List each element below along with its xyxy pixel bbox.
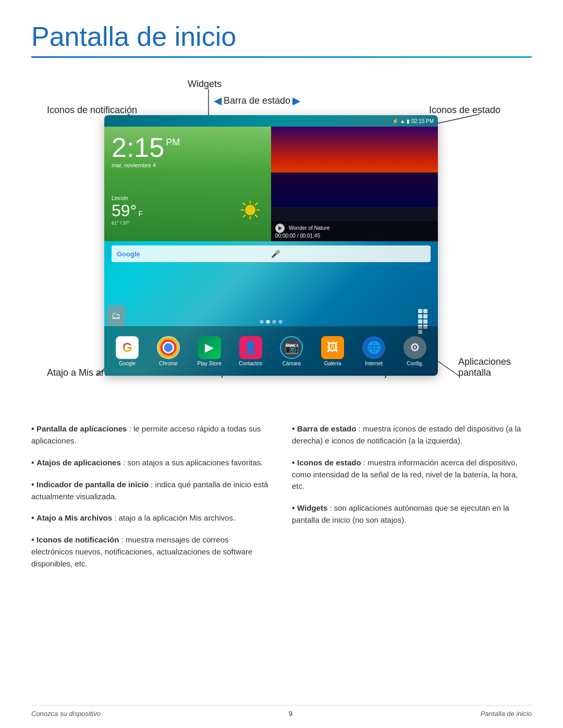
grid-dot-4 bbox=[423, 314, 427, 318]
footer-page-number: 9 bbox=[289, 710, 292, 718]
apps-screen-button[interactable] bbox=[416, 307, 433, 324]
label-aplicaciones: Aplicaciones pantalla bbox=[458, 356, 511, 378]
chrome-icon bbox=[157, 336, 180, 359]
play-button-icon[interactable] bbox=[275, 224, 285, 233]
content-section: Pantalla de aplicaciones : le permite ac… bbox=[31, 423, 532, 579]
footer-left: Conozca su dispositivo bbox=[31, 710, 101, 718]
content-col-left: Pantalla de aplicaciones : le permite ac… bbox=[31, 423, 271, 579]
google-label: Google bbox=[119, 361, 136, 366]
widget-video: Wonder of Nature 00:00:00 / 00:01:45 bbox=[271, 127, 438, 241]
svg-line-15 bbox=[243, 215, 246, 217]
clock-time: 2:15 PM bbox=[112, 132, 180, 163]
svg-line-12 bbox=[243, 203, 246, 205]
bullet-indicador: Indicador de pantalla de inicio : indica… bbox=[31, 478, 271, 503]
sun-icon bbox=[240, 200, 261, 220]
arrow-right-icon: ▶ bbox=[292, 94, 300, 107]
svg-line-14 bbox=[255, 203, 258, 205]
svg-line-13 bbox=[255, 215, 258, 217]
bullet-atajos: Atajos de aplicaciones : son atajos a su… bbox=[31, 456, 271, 469]
label-status-bar: ◀ Barra de estado ▶ bbox=[214, 94, 300, 107]
chrome-label: Chrome bbox=[159, 361, 178, 366]
playstore-icon: ▶ bbox=[198, 336, 221, 359]
contacts-label: Contactos bbox=[239, 361, 262, 366]
app-icon-gallery[interactable]: 🖼 Galería bbox=[315, 336, 350, 366]
status-time: 02:15 PM bbox=[411, 118, 434, 124]
battery-icon: ▮ bbox=[407, 118, 410, 124]
dots-indicator bbox=[260, 320, 283, 324]
google-search-bar[interactable]: Google 🎤 bbox=[112, 245, 431, 262]
diagram-area: Widgets Iconos de notificación ◀ Barra d… bbox=[31, 73, 532, 407]
gallery-icon: 🖼 bbox=[321, 336, 344, 359]
app-icon-config[interactable]: ⚙ Config. bbox=[397, 336, 433, 366]
video-overlay: Wonder of Nature 00:00:00 / 00:01:45 bbox=[271, 221, 438, 241]
svg-point-7 bbox=[245, 205, 255, 215]
mic-icon: 🎤 bbox=[271, 250, 425, 258]
my-files-icon[interactable]: 🗂 bbox=[107, 305, 125, 326]
playstore-label: Play Store bbox=[198, 361, 222, 366]
clock-date: mar, noviembre 4 bbox=[112, 162, 156, 168]
arrow-left-icon: ◀ bbox=[214, 94, 222, 107]
weather-info: Lincoln 59° F 61° / 37° bbox=[112, 195, 143, 226]
page-container: Pantalla de inicio Widgets Iconos de not… bbox=[0, 0, 563, 600]
grid-dot-5 bbox=[418, 319, 422, 324]
signal-icon: ⚡ bbox=[392, 118, 398, 124]
content-col-right: Barra de estado : muestra iconos de esta… bbox=[292, 423, 532, 579]
dot-3 bbox=[273, 320, 276, 324]
footer-right: Pantalla de inicio bbox=[481, 710, 532, 718]
page-title: Pantalla de inicio bbox=[31, 21, 532, 52]
phone-frame: ⚡ ▲ ▮ 02:15 PM 2:15 PM mar, noviembre 4 … bbox=[104, 115, 438, 376]
wifi-icon: ▲ bbox=[400, 118, 405, 124]
bullet-widgets: Widgets : son aplicaciones autónomas que… bbox=[292, 502, 532, 526]
config-label: Config. bbox=[407, 361, 423, 366]
status-icons: ⚡ ▲ ▮ 02:15 PM bbox=[392, 118, 434, 124]
camera-icon: 📷 bbox=[280, 336, 303, 359]
label-estado: Iconos de estado bbox=[429, 105, 500, 116]
app-dock: G Google Chrome ▶ Play Store 👤 Contactos bbox=[104, 326, 438, 376]
google-icon: G bbox=[116, 336, 139, 359]
widget-clock: 2:15 PM mar, noviembre 4 Lincoln 59° F 6… bbox=[104, 127, 271, 241]
contacts-icon: 👤 bbox=[239, 336, 262, 359]
bullet-atajo-archivos: Atajo a Mis archivos : atajo a la aplica… bbox=[31, 512, 271, 524]
folder-icon: 🗂 bbox=[112, 311, 121, 322]
bullet-pantalla-aplicaciones: Pantalla de aplicaciones : le permite ac… bbox=[31, 423, 271, 447]
title-underline bbox=[31, 56, 532, 58]
internet-icon: 🌐 bbox=[362, 336, 385, 359]
grid-dot-6 bbox=[423, 319, 427, 324]
label-notification: Iconos de notificación bbox=[47, 105, 137, 116]
dot-4 bbox=[279, 320, 283, 324]
app-icon-contacts[interactable]: 👤 Contactos bbox=[233, 336, 268, 366]
dot-1 bbox=[260, 320, 264, 324]
app-icon-google[interactable]: G Google bbox=[109, 336, 145, 366]
google-logo: Google bbox=[117, 250, 271, 258]
config-icon: ⚙ bbox=[403, 336, 426, 359]
page-footer: Conozca su dispositivo 9 Pantalla de ini… bbox=[31, 705, 532, 718]
app-icon-internet[interactable]: 🌐 Internet bbox=[356, 336, 391, 366]
gallery-label: Galería bbox=[324, 361, 341, 366]
grid-dot-2 bbox=[423, 309, 427, 313]
camera-label: Cámara bbox=[283, 361, 301, 366]
label-widgets: Widgets bbox=[188, 79, 222, 90]
dot-2 bbox=[266, 320, 270, 324]
internet-label: Internet bbox=[365, 361, 383, 366]
grid-dot-1 bbox=[418, 309, 422, 313]
bullet-iconos-estado: Iconos de estado : muestra información a… bbox=[292, 456, 532, 492]
bullet-iconos-notificacion: Iconos de notificación : muestra mensaje… bbox=[31, 534, 271, 570]
phone-status-bar: ⚡ ▲ ▮ 02:15 PM bbox=[104, 115, 438, 127]
bullet-barra-estado: Barra de estado : muestra iconos de esta… bbox=[292, 423, 532, 447]
app-icon-camera[interactable]: 📷 Cámara bbox=[274, 336, 309, 366]
app-icon-chrome[interactable]: Chrome bbox=[151, 336, 186, 366]
grid-dot-3 bbox=[418, 314, 422, 318]
app-icon-playstore[interactable]: ▶ Play Store bbox=[192, 336, 227, 366]
